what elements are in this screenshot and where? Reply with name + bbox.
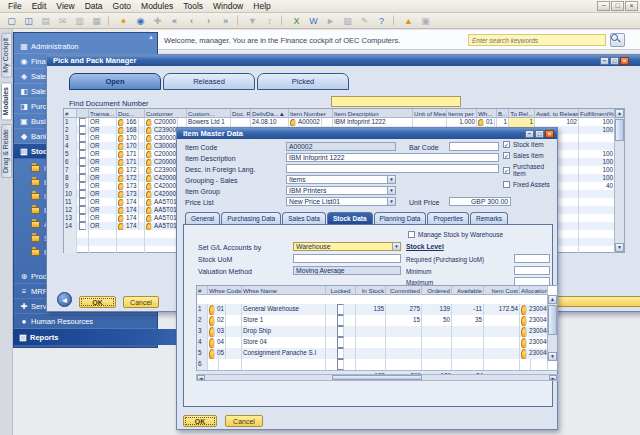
vertical-scrollbar[interactable]: ▲ ▼ — [614, 109, 624, 252]
doc-number-cell[interactable]: 174 — [117, 214, 145, 222]
link-arrow-icon[interactable] — [146, 135, 152, 142]
minimize-icon[interactable]: − — [597, 1, 610, 11]
column-header[interactable]: DelivDa...▲ — [251, 109, 289, 118]
item-number-cell[interactable]: A00002 — [289, 118, 333, 126]
tab-my-cockpit[interactable]: My Cockpit — [1, 33, 12, 78]
column-header[interactable]: In Stock — [356, 286, 386, 295]
link-arrow-icon[interactable] — [118, 223, 124, 230]
item-description-field[interactable]: IBM Infoprint 1222 — [286, 153, 499, 162]
scroll-left-icon[interactable]: ◄ — [197, 375, 205, 380]
manage-stock-by-warehouse-checkbox[interactable]: Manage Stock by Warehouse — [408, 231, 503, 238]
maximize-icon[interactable]: □ — [610, 57, 619, 65]
excel-export-icon[interactable]: X — [289, 14, 304, 27]
link-arrow-icon[interactable] — [146, 175, 152, 182]
expand-form-icon[interactable]: ◄ — [57, 292, 72, 307]
item-group-dropdown[interactable]: IBM Printers▼ — [286, 186, 396, 195]
checkbox-icon[interactable] — [79, 174, 86, 182]
link-arrow-icon[interactable] — [209, 327, 215, 337]
link-arrow-icon[interactable] — [146, 167, 152, 174]
allocation-account-cell[interactable]: 230040 — [520, 326, 548, 337]
menu-item[interactable]: View — [51, 0, 79, 12]
column-header[interactable]: To Rel... — [509, 109, 535, 118]
previous-record-icon[interactable]: ‹ — [184, 14, 199, 27]
warehouse-code-cell[interactable]: 02 — [208, 315, 242, 326]
checkbox-icon[interactable] — [79, 166, 86, 174]
maximize-icon[interactable]: □ — [535, 130, 544, 138]
minimize-icon[interactable]: − — [600, 57, 609, 65]
locked-cell[interactable] — [326, 359, 356, 370]
doc-number-cell[interactable]: 168 — [117, 126, 145, 134]
horizontal-scrollbar[interactable]: ◄ ► — [196, 374, 558, 381]
scroll-right-icon[interactable]: ► — [549, 375, 557, 380]
filter-icon[interactable]: ▼ — [245, 14, 260, 27]
sales-item-checkbox[interactable]: ✓ Sales Item — [503, 152, 557, 159]
checkbox-icon[interactable]: ✓ — [503, 167, 510, 174]
minimize-icon[interactable]: − — [525, 130, 534, 138]
gl-accounts-dropdown[interactable]: Warehouse▼ — [293, 242, 401, 251]
bar-code-field[interactable] — [449, 142, 499, 151]
warehouse-row[interactable]: 101General Warehouse135275139-11172.5423… — [197, 304, 557, 315]
link-arrow-icon[interactable] — [118, 143, 124, 150]
tab-modules[interactable]: Modules — [1, 82, 12, 120]
purchased-item-checkbox[interactable]: ✓ Purchased Item — [503, 163, 557, 177]
checkbox-icon[interactable] — [79, 222, 86, 230]
price-list-dropdown[interactable]: New Price List01▼ — [286, 197, 396, 206]
link-arrow-icon[interactable] — [209, 316, 215, 326]
to-release-cell[interactable]: 1 — [509, 118, 535, 126]
checkbox-icon[interactable] — [337, 348, 344, 359]
customer-code-cell[interactable]: C20000 — [145, 118, 187, 126]
checkbox-icon[interactable] — [79, 126, 86, 134]
valuation-method-field[interactable]: Moving Average — [293, 266, 401, 275]
link-arrow-icon[interactable] — [521, 349, 527, 359]
row-select-cell[interactable] — [77, 190, 89, 198]
new-document-icon[interactable]: ▢ — [4, 14, 19, 27]
checkbox-icon[interactable] — [408, 231, 415, 238]
warehouse-code-cell[interactable] — [208, 359, 242, 370]
sidebar-item-administration[interactable]: ▦ Administration — [14, 39, 157, 54]
column-header[interactable] — [77, 109, 89, 118]
column-header[interactable]: Transa... — [89, 109, 117, 118]
print-preview-icon[interactable]: ◫ — [21, 14, 36, 27]
link-arrow-icon[interactable] — [118, 135, 124, 142]
column-header[interactable]: Ordered — [422, 286, 452, 295]
link-arrow-icon[interactable] — [118, 127, 124, 134]
add-record-icon[interactable]: ✚ — [150, 14, 165, 27]
doc-number-cell[interactable]: 172 — [117, 174, 145, 182]
row-select-cell[interactable] — [77, 150, 89, 158]
column-header[interactable]: Customer — [145, 109, 187, 118]
link-arrow-icon[interactable] — [146, 199, 152, 206]
lock-icon[interactable]: ● — [116, 14, 131, 27]
checkbox-icon[interactable]: ✓ — [503, 141, 510, 148]
search-input[interactable] — [468, 34, 606, 46]
scrollbar-thumb[interactable] — [332, 375, 422, 380]
warehouse-code-cell[interactable]: 05 — [208, 348, 242, 359]
row-select-cell[interactable] — [77, 158, 89, 166]
locked-cell[interactable] — [326, 337, 356, 348]
chevron-down-icon[interactable]: ▼ — [387, 198, 395, 206]
cancel-button[interactable]: Cancel — [123, 296, 159, 308]
doc-number-cell[interactable]: 173 — [117, 182, 145, 190]
column-header[interactable]: Unit of Mea... — [413, 109, 447, 118]
row-select-cell[interactable] — [77, 214, 89, 222]
chevron-down-icon[interactable]: ▼ — [387, 187, 395, 195]
menu-item[interactable]: File — [3, 0, 27, 12]
scrollbar-thumb[interactable] — [548, 305, 557, 335]
item-code-field[interactable]: A00002 — [286, 142, 396, 151]
warehouse-row[interactable]: 202Store 1155035230040 — [197, 315, 557, 326]
scroll-down-icon[interactable]: ▼ — [615, 243, 624, 252]
checkbox-icon[interactable] — [79, 158, 86, 166]
menu-item[interactable]: Data — [80, 0, 108, 12]
checkbox-icon[interactable] — [79, 134, 86, 142]
row-select-cell[interactable] — [77, 142, 89, 150]
find-icon[interactable]: ◉ — [133, 14, 148, 27]
ok-button[interactable]: OK — [79, 296, 116, 308]
allocation-account-cell[interactable]: 230040 — [520, 337, 548, 348]
link-arrow-icon[interactable] — [146, 143, 152, 150]
close-icon[interactable]: × — [625, 1, 638, 11]
link-arrow-icon[interactable] — [209, 338, 215, 348]
column-header[interactable]: B... — [497, 109, 509, 118]
toolbar-separator[interactable] — [108, 15, 112, 26]
tab-drag-relate[interactable]: Drag & Relate — [1, 124, 12, 178]
scroll-down-icon[interactable]: ▼ — [548, 352, 557, 361]
find-document-input[interactable] — [331, 96, 461, 107]
